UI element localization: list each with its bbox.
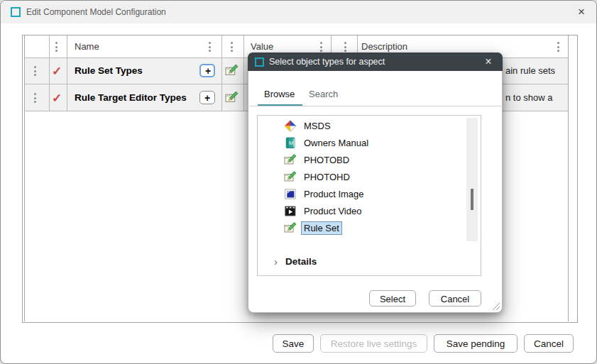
add-button[interactable]: + [199,64,215,77]
list-item-msds[interactable]: MSDS [258,118,481,135]
list-item-product-image[interactable]: Product Image [258,186,481,203]
edit-value-icon[interactable] [225,92,239,104]
product-video-icon [284,205,297,217]
cancel-button[interactable]: Cancel [524,334,574,353]
dialog-cancel-button[interactable]: Cancel [429,290,481,307]
document-edit-icon [284,222,297,234]
edit-value-icon[interactable] [225,65,239,77]
dialog-close-icon[interactable]: × [480,54,497,70]
list-item-product-video[interactable]: Product Video [258,203,481,220]
name-column-header: Name [75,35,99,57]
dialog-icon [255,57,264,67]
row-name-rule-set-types: Rule Set Types [75,65,143,76]
select-button[interactable]: Select [369,290,416,307]
column-menu-icon[interactable] [320,42,322,52]
row-description-fragment: n to show a [505,92,553,103]
document-edit-icon [284,171,297,183]
row-name-rule-target-editor-types: Rule Target Editor Types [75,92,187,103]
add-button[interactable]: + [199,91,215,104]
column-menu-icon[interactable] [209,42,211,52]
column-menu-icon[interactable] [231,42,233,52]
restore-live-settings-button[interactable]: Restore live settings [320,334,427,353]
product-image-icon [284,188,297,200]
column-divider [67,35,67,111]
details-label: Details [285,256,317,267]
app-icon [11,7,21,17]
grid-right-border [568,35,569,321]
tab-browse[interactable]: Browse [264,86,295,103]
column-menu-icon[interactable] [55,42,57,52]
edit-component-model-window: Edit Component Model Configuration × Nam… [0,0,597,364]
row-drag-handle-icon[interactable] [34,66,36,76]
row-enabled-check-icon[interactable]: ✓ [52,64,62,79]
grid-left-border [24,35,25,321]
document-edit-icon [284,154,297,166]
column-divider [243,35,244,111]
column-menu-icon[interactable] [557,42,559,52]
tabs-divider [249,106,501,106]
list-scrollbar[interactable] [466,118,478,241]
list-item-photobd[interactable]: PHOTOBD [258,152,481,169]
row-description-fragment: ain rule sets [505,65,555,76]
msds-icon [284,120,297,132]
object-type-list: MSDS Owners Manual PHOTOBD PHOTOHD Produ… [257,115,481,276]
dialog-title: Select object types for aspect [269,53,385,71]
save-pending-button[interactable]: Save pending [434,334,517,353]
chevron-right-icon: › [274,255,278,268]
list-scrollbar-thumb[interactable] [471,189,473,210]
window-titlebar: Edit Component Model Configuration × [1,1,596,23]
column-divider [221,35,222,111]
tab-search[interactable]: Search [309,86,338,103]
dialog-titlebar: Select object types for aspect × [248,53,503,71]
resize-grip[interactable] [491,301,500,311]
save-button[interactable]: Save [273,334,314,353]
row-enabled-check-icon[interactable]: ✓ [52,91,62,106]
select-object-types-dialog: Select object types for aspect × Browse … [248,53,503,313]
list-item-photohd[interactable]: PHOTOHD [258,169,481,186]
window-title: Edit Component Model Configuration [26,1,166,23]
row-drag-handle-icon[interactable] [34,93,36,103]
window-close-icon[interactable]: × [573,4,590,20]
column-divider [49,35,50,111]
column-menu-icon[interactable] [344,42,346,52]
list-item-rule-set[interactable]: Rule Set [258,220,481,237]
owners-manual-icon [284,137,297,149]
list-item-owners-manual[interactable]: Owners Manual [258,135,481,152]
